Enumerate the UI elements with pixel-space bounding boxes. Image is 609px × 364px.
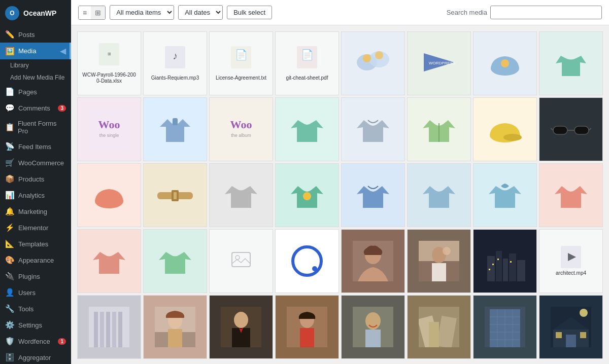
media-item-woo-album[interactable]: Woo the album <box>209 97 273 161</box>
search-label: Search media <box>447 9 487 16</box>
bulk-select-button[interactable]: Bulk select <box>227 6 272 19</box>
media-row-5 <box>77 295 603 359</box>
media-item-night-house[interactable] <box>539 295 603 359</box>
media-item-hoodie-gray[interactable] <box>341 97 405 161</box>
pdf-icon: 📄 <box>297 46 317 73</box>
sidebar-item-wordfence[interactable]: 🛡️ Wordfence 1 <box>0 333 71 349</box>
svg-text:⊞: ⊞ <box>108 52 111 56</box>
svg-line-30 <box>589 128 591 130</box>
sidebar-item-elementor[interactable]: ⚡ Elementor <box>0 220 71 236</box>
media-item-man-street[interactable] <box>407 229 471 293</box>
view-toggle: ≡ ⊞ <box>78 6 106 20</box>
svg-rect-78 <box>365 330 381 347</box>
media-item-placeholder[interactable] <box>209 229 273 293</box>
media-item-sunglasses[interactable] <box>539 97 603 161</box>
sidebar-item-plugins[interactable]: 🔌 Plugins <box>0 268 71 284</box>
media-item-xlsx[interactable]: ⊞ WCW-Payroll-1996-2000-Data.xlsx <box>77 31 141 95</box>
sidebar-item-settings[interactable]: ⚙️ Settings <box>0 317 71 333</box>
media-item-belt[interactable] <box>143 163 207 227</box>
sidebar-item-appearance[interactable]: 🎨 Appearance <box>0 252 71 268</box>
search-input[interactable] <box>490 6 602 19</box>
svg-text:📄: 📄 <box>235 49 248 61</box>
svg-rect-64 <box>118 312 122 347</box>
elementor-icon: ⚡ <box>5 223 15 232</box>
svg-rect-55 <box>497 259 499 260</box>
media-item-circle-logo[interactable] <box>275 229 339 293</box>
media-filter-select[interactable]: All media items Images Audio Video Docum… <box>110 5 174 20</box>
media-item-pdf[interactable]: 📄 git-cheat-sheet.pdf <box>275 31 339 95</box>
media-item-tshirt-salmon[interactable] <box>77 229 141 293</box>
sidebar-item-posts[interactable]: ✏️ Posts <box>0 26 71 43</box>
mp4-filename: architect.mp4 <box>556 270 586 276</box>
media-item-mp3[interactable]: ♪ Giants-Requiem.mp3 <box>143 31 207 95</box>
main-content: ≡ ⊞ All media items Images Audio Video D… <box>71 0 609 364</box>
sidebar-item-feed-items[interactable]: 📡 Feed Items <box>0 138 71 155</box>
media-item-night-city[interactable] <box>473 229 537 293</box>
media-item-hoodie-salmon[interactable] <box>539 163 603 227</box>
plugins-icon: 🔌 <box>5 272 15 281</box>
svg-text:the single: the single <box>99 133 119 138</box>
media-item-pennant[interactable]: WORDPRESS <box>407 31 471 95</box>
media-item-tshirt-mint[interactable] <box>143 229 207 293</box>
svg-rect-75 <box>300 328 314 347</box>
media-item-columns[interactable] <box>77 295 141 359</box>
grid-view-button[interactable]: ⊞ <box>91 6 105 19</box>
list-view-button[interactable]: ≡ <box>79 6 91 19</box>
svg-rect-26 <box>553 126 567 134</box>
media-item-txt[interactable]: 📄 License-Agreement.txt <box>209 31 273 95</box>
svg-rect-34 <box>174 192 177 199</box>
media-item-glass-building[interactable] <box>473 295 537 359</box>
fluent-forms-icon: 📋 <box>5 123 14 132</box>
media-item-pink-hat[interactable] <box>77 163 141 227</box>
sidebar-label-products: Products <box>18 175 44 183</box>
sidebar-item-aggregator[interactable]: 🗄️ Aggregator <box>0 349 71 364</box>
media-item-polo[interactable] <box>143 97 207 161</box>
sidebar-label-wordfence: Wordfence <box>18 338 50 345</box>
sidebar-item-tools[interactable]: 🔧 Tools <box>0 301 71 317</box>
media-item-hoodie-lightblue[interactable] <box>407 163 471 227</box>
sidebar-label-fluent: Fluent Forms Pro <box>18 120 66 135</box>
sidebar-item-analytics[interactable]: 📊 Analytics <box>0 187 71 203</box>
svg-rect-53 <box>489 269 490 270</box>
media-item-sweatshirt-teal[interactable] <box>275 97 339 161</box>
media-item-mp4[interactable]: architect.mp4 <box>539 229 603 293</box>
media-item-hoodie-teal[interactable] <box>275 163 339 227</box>
sidebar-item-products[interactable]: 📦 Products <box>0 171 71 187</box>
svg-point-98 <box>580 309 588 317</box>
sidebar-item-woocommerce[interactable]: 🛒 WooCommerce <box>0 155 71 171</box>
media-item-cap-yellow[interactable] <box>473 97 537 161</box>
sidebar-item-marketing[interactable]: 🔔 Marketing <box>0 203 71 220</box>
templates-icon: 📐 <box>5 239 15 248</box>
media-item-hoodie-blue[interactable] <box>341 163 405 227</box>
media-item-zip-hoodie[interactable] <box>407 97 471 161</box>
media-item-gray-tshirt[interactable] <box>209 163 273 227</box>
media-item-tshirt-lightblue[interactable] <box>473 163 537 227</box>
sidebar-item-comments[interactable]: 💬 Comments 3 <box>0 100 71 116</box>
sidebar-item-pages[interactable]: 📄 Pages <box>0 84 71 100</box>
media-row-4: architect.mp4 <box>77 229 603 293</box>
media-item-man-suit[interactable] <box>209 295 273 359</box>
media-item-woo-single[interactable]: Woo the single <box>77 97 141 161</box>
svg-rect-97 <box>580 332 586 338</box>
sidebar-item-media[interactable]: 🖼️ Media ◀ <box>0 43 71 59</box>
marketing-icon: 🔔 <box>5 207 15 216</box>
media-item-architecture-books[interactable] <box>407 295 471 359</box>
media-item-woman-portrait[interactable] <box>341 229 405 293</box>
placeholder-icon <box>231 249 251 273</box>
sidebar-item-users[interactable]: 👤 Users <box>0 284 71 301</box>
sidebar-sub-library[interactable]: Library <box>0 59 71 71</box>
media-item-man-laughing[interactable] <box>341 295 405 359</box>
media-item-woman-outdoor[interactable] <box>143 295 207 359</box>
media-item-hats[interactable] <box>341 31 405 95</box>
date-filter-select[interactable]: All dates <box>178 5 223 20</box>
svg-rect-54 <box>492 264 494 265</box>
sidebar-sub-add-new[interactable]: Add New Media File <box>0 71 71 84</box>
media-item-blue-hat[interactable] <box>473 31 537 95</box>
svg-point-15 <box>501 59 509 67</box>
svg-rect-48 <box>487 256 495 281</box>
site-logo[interactable]: O OceanWP <box>0 0 71 26</box>
sidebar-item-fluent-forms[interactable]: 📋 Fluent Forms Pro <box>0 116 71 138</box>
media-item-woman-colorful[interactable] <box>275 295 339 359</box>
sidebar-item-templates[interactable]: 📐 Templates <box>0 236 71 252</box>
media-item-teal-tshirt[interactable] <box>539 31 603 95</box>
